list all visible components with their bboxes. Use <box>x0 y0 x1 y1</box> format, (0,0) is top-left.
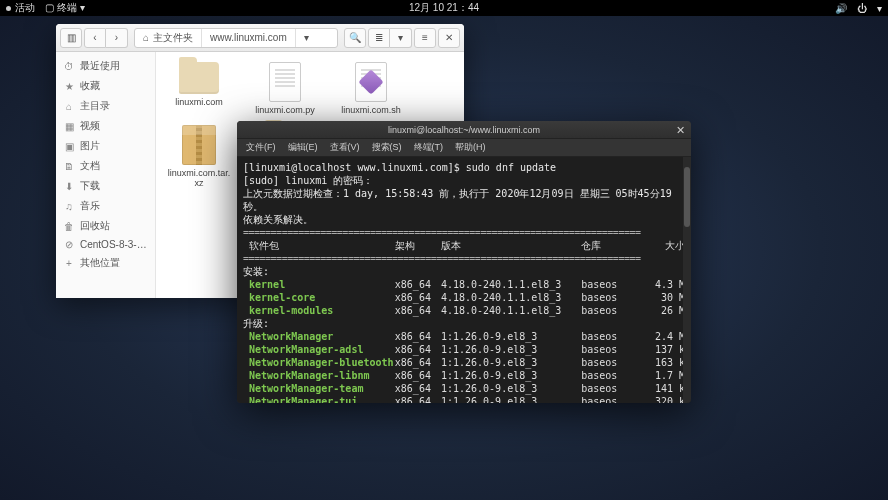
file-icon <box>269 62 301 102</box>
sidebar-item-label: 音乐 <box>80 199 100 213</box>
location-path-seg[interactable]: www.linuxmi.com <box>202 29 296 47</box>
gnome-topbar: 活动 ▢ 终端 ▾ 12月 10 21：44 🔊 ⏻ ▾ <box>0 0 888 16</box>
sh-icon <box>355 62 387 102</box>
sidebar-item-label: CentOS-8-3-… <box>80 239 147 250</box>
sidebar-item[interactable]: ▣图片 <box>56 136 155 156</box>
sidebar-item-icon: ⊘ <box>64 239 74 250</box>
sidebar-item-icon: 🗑 <box>64 221 74 232</box>
nav-back-button[interactable]: ‹ <box>84 28 106 48</box>
sidebar-item-icon: ▣ <box>64 141 74 152</box>
sidebar-item-icon: ★ <box>64 81 74 92</box>
file-item[interactable]: linuxmi.com.tar.xz <box>166 125 232 188</box>
sidebar-item[interactable]: +其他位置 <box>56 253 155 273</box>
terminal-menu-item[interactable]: 搜索(S) <box>367 141 407 154</box>
sidebar-item-icon: ⏱ <box>64 61 74 72</box>
terminal-window: linuxmi@localhost:~/www.linuxmi.com ✕ 文件… <box>237 121 691 403</box>
terminal-menu-item[interactable]: 终端(T) <box>409 141 449 154</box>
terminal-title: linuxmi@localhost:~/www.linuxmi.com <box>388 125 540 135</box>
nav-forward-button[interactable]: › <box>106 28 128 48</box>
sidebar-item-label: 视频 <box>80 119 100 133</box>
sidebar-item[interactable]: 🗑回收站 <box>56 216 155 236</box>
file-item[interactable]: linuxmi.com.sh <box>338 62 404 115</box>
view-list-button[interactable]: ≣ <box>368 28 390 48</box>
sidebar-item-label: 其他位置 <box>80 256 120 270</box>
sidebar-item-icon: ⌂ <box>64 101 74 112</box>
terminal-menu-item[interactable]: 查看(V) <box>325 141 365 154</box>
sidebar-item[interactable]: ⏱最近使用 <box>56 56 155 76</box>
view-options-button[interactable]: ▾ <box>390 28 412 48</box>
file-item-label: linuxmi.com.py <box>255 105 315 115</box>
window-close-button[interactable]: ✕ <box>438 28 460 48</box>
sidebar-item-label: 收藏 <box>80 79 100 93</box>
terminal-menu-item[interactable]: 编辑(E) <box>283 141 323 154</box>
sidebar-item-icon: ⬇ <box>64 181 74 192</box>
location-home-seg[interactable]: ⌂主文件夹 <box>135 29 202 47</box>
sidebar-item[interactable]: ♫音乐 <box>56 196 155 216</box>
file-manager-sidebar: ⏱最近使用★收藏⌂主目录▦视频▣图片🗎文档⬇下载♫音乐🗑回收站⊘CentOS-8… <box>56 52 156 298</box>
hamburger-menu-button[interactable]: ≡ <box>414 28 436 48</box>
location-bar[interactable]: ⌂主文件夹 www.linuxmi.com ▾ <box>134 28 338 48</box>
file-item-label: linuxmi.com <box>175 97 223 107</box>
file-item-label: linuxmi.com.sh <box>341 105 401 115</box>
sidebar-item-label: 下载 <box>80 179 100 193</box>
sidebar-item-icon: + <box>64 258 74 269</box>
activities-button[interactable]: 活动 <box>6 1 35 15</box>
sidebar-item-label: 回收站 <box>80 219 110 233</box>
terminal-scrollthumb[interactable] <box>684 167 690 227</box>
terminal-scrollbar[interactable] <box>683 157 691 403</box>
terminal-menubar: 文件(F)编辑(E)查看(V)搜索(S)终端(T)帮助(H) <box>237 139 691 157</box>
home-icon: ⌂ <box>143 32 149 43</box>
terminal-close-button[interactable]: ✕ <box>673 123 687 137</box>
sidebar-item[interactable]: ⌂主目录 <box>56 96 155 116</box>
sidebar-item-label: 最近使用 <box>80 59 120 73</box>
sidebar-item[interactable]: ▦视频 <box>56 116 155 136</box>
sidebar-item-label: 主目录 <box>80 99 110 113</box>
terminal-body[interactable]: [linuxmi@localhost www.linuxmi.com]$ sud… <box>237 157 691 403</box>
sidebar-item[interactable]: ⬇下载 <box>56 176 155 196</box>
active-app-indicator[interactable]: ▢ 终端 ▾ <box>45 1 85 15</box>
folder-icon <box>179 62 219 94</box>
file-manager-toolbar: ▥ ‹ › ⌂主文件夹 www.linuxmi.com ▾ 🔍 ≣ ▾ ≡ ✕ <box>56 24 464 52</box>
power-icon[interactable]: ⏻ <box>857 3 867 14</box>
new-tab-button[interactable]: ▥ <box>60 28 82 48</box>
terminal-menu-item[interactable]: 帮助(H) <box>450 141 491 154</box>
topbar-clock[interactable]: 12月 10 21：44 <box>409 1 479 15</box>
file-item[interactable]: linuxmi.com.py <box>252 62 318 115</box>
search-button[interactable]: 🔍 <box>344 28 366 48</box>
sidebar-item-label: 图片 <box>80 139 100 153</box>
sidebar-item-icon: 🗎 <box>64 161 74 172</box>
sidebar-item[interactable]: ⊘CentOS-8-3-… <box>56 236 155 253</box>
location-dropdown-icon[interactable]: ▾ <box>296 29 317 47</box>
terminal-titlebar[interactable]: linuxmi@localhost:~/www.linuxmi.com ✕ <box>237 121 691 139</box>
sidebar-item[interactable]: ★收藏 <box>56 76 155 96</box>
terminal-menu-item[interactable]: 文件(F) <box>241 141 281 154</box>
volume-icon[interactable]: 🔊 <box>835 3 847 14</box>
system-menu-chevron-icon[interactable]: ▾ <box>877 3 882 14</box>
sidebar-item-icon: ▦ <box>64 121 74 132</box>
file-item-label: linuxmi.com.tar.xz <box>166 168 232 188</box>
archive-icon <box>182 125 216 165</box>
sidebar-item-label: 文档 <box>80 159 100 173</box>
sidebar-item[interactable]: 🗎文档 <box>56 156 155 176</box>
file-item[interactable]: linuxmi.com <box>166 62 232 115</box>
sidebar-item-icon: ♫ <box>64 201 74 212</box>
